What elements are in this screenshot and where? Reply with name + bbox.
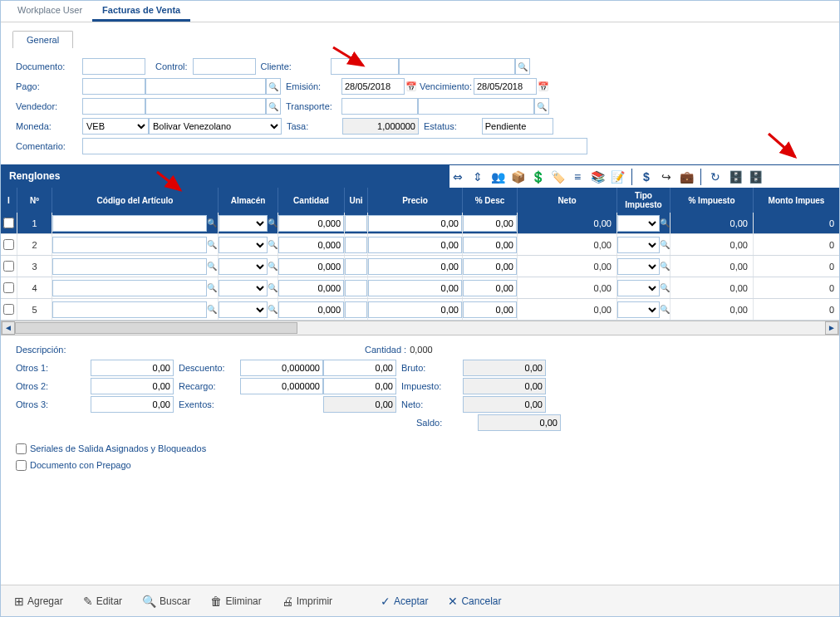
tipo-imp-select[interactable] [617, 280, 660, 296]
almacen-search-icon[interactable]: 🔍 [268, 262, 278, 271]
almacen-search-icon[interactable]: 🔍 [268, 305, 278, 314]
sub-tab-general[interactable]: General [12, 31, 73, 48]
editar-button[interactable]: ✎Editar [75, 591, 130, 611]
transporte-code-input[interactable] [341, 98, 418, 115]
uni-input[interactable] [345, 301, 367, 318]
cliente-name-input[interactable] [399, 58, 515, 75]
codigo-input[interactable] [52, 237, 207, 253]
tipo-imp-select[interactable] [617, 258, 660, 275]
almacen-select[interactable] [219, 215, 268, 232]
precio-input[interactable] [368, 237, 462, 253]
recargo-pct-input[interactable] [240, 378, 323, 394]
descuento-val-input[interactable] [323, 360, 396, 376]
tipo-imp-search-icon[interactable]: 🔍 [660, 218, 670, 228]
tipo-imp-select[interactable] [617, 301, 660, 318]
money-add-icon[interactable]: 💲 [529, 169, 546, 185]
imprimir-button[interactable]: 🖨Imprimir [273, 591, 341, 611]
precio-input[interactable] [368, 215, 462, 232]
tipo-imp-select[interactable] [617, 237, 660, 253]
control-input[interactable] [193, 58, 256, 75]
database-blue-icon[interactable]: 🗄️ [747, 169, 764, 185]
vendedor-search-icon[interactable]: 🔍 [266, 98, 281, 115]
tag-icon[interactable]: 🏷️ [549, 169, 566, 185]
otros3-input[interactable] [91, 396, 174, 413]
share-icon[interactable]: ↪ [658, 169, 675, 185]
row-checkbox[interactable] [3, 282, 14, 293]
moneda-code-select[interactable]: VEB [82, 118, 149, 135]
pdesc-input[interactable] [463, 301, 517, 318]
scroll-thumb[interactable] [15, 322, 297, 334]
documento-input[interactable] [82, 58, 145, 75]
grid-scrollbar[interactable]: ◄ ► [1, 321, 839, 335]
pdesc-input[interactable] [463, 237, 517, 253]
pdesc-input[interactable] [463, 280, 517, 296]
codigo-input[interactable] [52, 301, 207, 318]
list-icon[interactable]: ≡ [569, 169, 586, 185]
vendedor-code-input[interactable] [82, 98, 145, 115]
emision-input[interactable] [341, 78, 405, 95]
buscar-button[interactable]: 🔍Buscar [134, 591, 199, 611]
moneda-name-select[interactable]: Bolivar Venezolano [149, 118, 282, 135]
pago-code-input[interactable] [82, 78, 145, 95]
comentario-input[interactable] [82, 138, 587, 154]
transporte-search-icon[interactable]: 🔍 [534, 98, 549, 115]
seriales-checkbox[interactable] [16, 443, 27, 454]
otros1-input[interactable] [91, 360, 174, 376]
cantidad-input[interactable] [278, 215, 344, 232]
row-checkbox[interactable] [3, 304, 14, 315]
emision-calendar-icon[interactable]: 📅 [405, 80, 418, 93]
cliente-code-input[interactable] [331, 58, 399, 75]
cantidad-input[interactable] [278, 280, 344, 296]
package-icon[interactable]: 📦 [509, 169, 526, 185]
tipo-imp-search-icon[interactable]: 🔍 [660, 305, 670, 314]
codigo-input[interactable] [52, 280, 207, 296]
people-icon[interactable]: 👥 [489, 169, 506, 185]
arrows-vertical-icon[interactable]: ⇕ [469, 169, 486, 185]
codigo-search-icon[interactable]: 🔍 [207, 283, 218, 292]
grid-row[interactable]: 3🔍🔍0,00🔍0,000 [1, 256, 839, 277]
uni-input[interactable] [345, 215, 367, 232]
tab-workplace-user[interactable]: Workplace User [7, 1, 92, 22]
almacen-select[interactable] [219, 280, 268, 296]
recargo-val-input[interactable] [323, 378, 396, 394]
descuento-pct-input[interactable] [240, 360, 323, 376]
cantidad-input[interactable] [278, 237, 344, 253]
pdesc-input[interactable] [463, 258, 517, 275]
tipo-imp-search-icon[interactable]: 🔍 [660, 262, 670, 271]
arrows-horizontal-icon[interactable]: ⇔ [449, 169, 466, 185]
vencimiento-input[interactable] [474, 78, 537, 95]
codigo-search-icon[interactable]: 🔍 [207, 262, 218, 271]
uni-input[interactable] [345, 237, 367, 253]
codigo-search-icon[interactable]: 🔍 [207, 240, 218, 249]
aceptar-button[interactable]: ✓Aceptar [372, 591, 436, 611]
almacen-select[interactable] [219, 258, 268, 275]
prepago-checkbox[interactable] [16, 460, 27, 471]
uni-input[interactable] [345, 280, 367, 296]
scroll-left-icon[interactable]: ◄ [2, 321, 15, 335]
precio-input[interactable] [368, 280, 462, 296]
almacen-search-icon[interactable]: 🔍 [268, 283, 278, 292]
agregar-button[interactable]: ⊞Agregar [6, 591, 71, 611]
pdesc-input[interactable] [463, 215, 517, 232]
tipo-imp-search-icon[interactable]: 🔍 [660, 240, 670, 249]
uni-input[interactable] [345, 258, 367, 275]
codigo-input[interactable] [52, 215, 207, 232]
eliminar-button[interactable]: 🗑Eliminar [202, 591, 269, 611]
codigo-input[interactable] [52, 258, 207, 275]
refresh-icon[interactable]: ↻ [707, 169, 724, 185]
document-gear-icon[interactable]: 📝 [609, 169, 626, 185]
precio-input[interactable] [368, 301, 462, 318]
grid-row[interactable]: 4🔍🔍0,00🔍0,000 [1, 277, 839, 299]
cancelar-button[interactable]: ✕Cancelar [440, 591, 509, 611]
grid-row[interactable]: 2🔍🔍0,00🔍0,000 [1, 234, 839, 256]
codigo-search-icon[interactable]: 🔍 [207, 305, 218, 314]
scroll-right-icon[interactable]: ► [825, 321, 838, 335]
row-checkbox[interactable] [3, 239, 14, 250]
tipo-imp-search-icon[interactable]: 🔍 [660, 283, 670, 292]
otros2-input[interactable] [91, 378, 174, 394]
row-checkbox[interactable] [3, 261, 14, 272]
pago-search-icon[interactable]: 🔍 [266, 78, 281, 95]
codigo-search-icon[interactable]: 🔍 [207, 218, 218, 228]
precio-input[interactable] [368, 258, 462, 275]
transporte-name-input[interactable] [418, 98, 534, 115]
